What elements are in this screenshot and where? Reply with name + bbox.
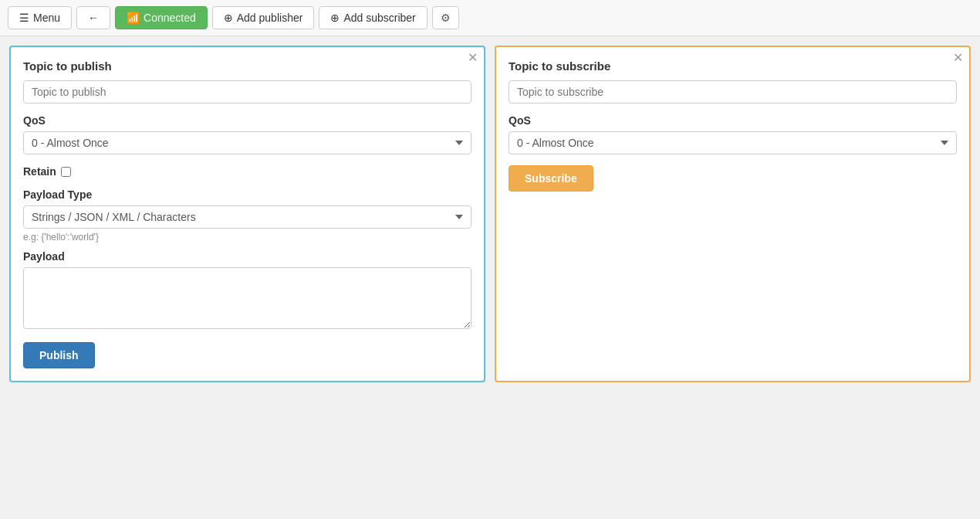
publisher-panel: ✕ Topic to publish QoS 0 - Almost Once 1… xyxy=(9,46,485,382)
subscriber-panel: ✕ Topic to subscribe QoS 0 - Almost Once… xyxy=(495,46,971,382)
retain-label: Retain xyxy=(23,165,56,178)
add-subscriber-button[interactable]: ⊕ Add subscriber xyxy=(319,6,427,29)
publish-topic-input[interactable] xyxy=(23,80,471,103)
settings-button[interactable]: ⚙ xyxy=(432,6,459,29)
payload-type-label: Payload Type xyxy=(23,188,471,201)
connected-icon: 📶 xyxy=(127,12,140,24)
add-subscriber-label: Add subscriber xyxy=(343,12,415,24)
publish-button[interactable]: Publish xyxy=(23,342,95,368)
back-button[interactable]: ← xyxy=(76,6,110,29)
subscriber-close-button[interactable]: ✕ xyxy=(953,52,963,64)
settings-icon: ⚙ xyxy=(441,12,451,24)
subscribe-qos-select[interactable]: 0 - Almost Once 1 - At Least Once 2 - Ex… xyxy=(509,131,957,154)
add-subscriber-icon: ⊕ xyxy=(330,12,340,24)
publisher-close-icon: ✕ xyxy=(468,51,478,64)
add-publisher-button[interactable]: ⊕ Add publisher xyxy=(212,6,315,29)
back-icon: ← xyxy=(88,12,99,24)
publish-topic-group xyxy=(23,80,471,103)
payload-group: Payload xyxy=(23,250,471,331)
payload-label: Payload xyxy=(23,250,471,263)
toolbar: ☰ Menu ← 📶 Connected ⊕ Add publisher ⊕ A… xyxy=(0,0,980,36)
connected-button[interactable]: 📶 Connected xyxy=(115,6,208,29)
subscriber-close-icon: ✕ xyxy=(953,51,963,64)
payload-type-group: Payload Type Strings / JSON / XML / Char… xyxy=(23,188,471,229)
retain-group: Retain xyxy=(23,165,471,178)
subscribe-qos-label: QoS xyxy=(509,114,957,127)
menu-button[interactable]: ☰ Menu xyxy=(8,6,72,29)
payload-textarea[interactable] xyxy=(23,267,471,329)
publisher-panel-title: Topic to publish xyxy=(23,59,471,73)
menu-label: Menu xyxy=(33,12,60,24)
payload-type-select[interactable]: Strings / JSON / XML / Characters Base64… xyxy=(23,205,471,229)
add-publisher-label: Add publisher xyxy=(237,12,303,24)
publish-qos-group: QoS 0 - Almost Once 1 - At Least Once 2 … xyxy=(23,114,471,154)
subscribe-topic-group xyxy=(509,80,957,103)
publish-qos-select[interactable]: 0 - Almost Once 1 - At Least Once 2 - Ex… xyxy=(23,131,471,154)
payload-hint: e.g: {'hello':'world'} xyxy=(23,232,471,243)
publish-qos-label: QoS xyxy=(23,114,471,127)
subscribe-qos-group: QoS 0 - Almost Once 1 - At Least Once 2 … xyxy=(509,114,957,154)
publisher-close-button[interactable]: ✕ xyxy=(468,52,478,64)
connected-label: Connected xyxy=(144,12,196,24)
menu-icon: ☰ xyxy=(19,12,29,24)
subscribe-button[interactable]: Subscribe xyxy=(509,165,593,192)
subscriber-panel-title: Topic to subscribe xyxy=(509,59,957,73)
subscribe-topic-input[interactable] xyxy=(509,80,957,103)
add-publisher-icon: ⊕ xyxy=(224,12,233,24)
main-content: ✕ Topic to publish QoS 0 - Almost Once 1… xyxy=(0,36,980,392)
retain-checkbox[interactable] xyxy=(61,167,71,177)
